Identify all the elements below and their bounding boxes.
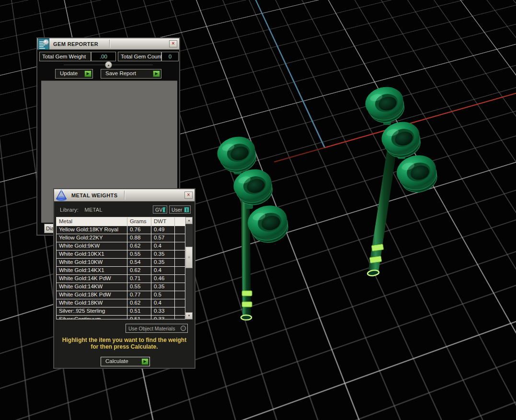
cell-dwt: 0.33 bbox=[151, 307, 175, 315]
cell-dwt: 0.35 bbox=[151, 259, 175, 266]
gv-toggle-button[interactable]: GV bbox=[153, 205, 167, 214]
cell-grams: 0.62 bbox=[127, 242, 151, 250]
table-row[interactable]: White Gold:14KX1 0.62 0.4 bbox=[57, 267, 185, 275]
total-gem-count-label: Total Gem Count bbox=[118, 52, 161, 61]
library-row: Library: METAL bbox=[60, 207, 103, 213]
collapse-button[interactable]: ▲ bbox=[105, 61, 112, 68]
tube-setting-left[interactable] bbox=[214, 133, 292, 320]
gv-toggle-icon bbox=[162, 207, 166, 213]
metal-weights-window: METAL WEIGHTS × Library: METAL GV User M… bbox=[53, 188, 195, 369]
metal-weights-icon bbox=[55, 189, 68, 202]
save-report-button[interactable]: Save Report ▶ bbox=[101, 69, 161, 79]
gem-reporter-close-button[interactable]: × bbox=[169, 40, 177, 47]
cell-metal: White Gold:9KW bbox=[57, 242, 127, 250]
metal-weights-titlebar[interactable]: METAL WEIGHTS × bbox=[54, 189, 195, 202]
cell-dwt: 0.33 bbox=[151, 316, 175, 319]
scroll-down-button[interactable]: ▼ bbox=[185, 312, 193, 319]
cell-dwt: 0.5 bbox=[151, 291, 175, 299]
cell-metal: White Gold:14KW bbox=[57, 283, 127, 291]
cell-metal: Yellow Gold:18KY Royal bbox=[57, 226, 127, 234]
save-report-button-label: Save Report bbox=[101, 69, 136, 78]
metal-table-body: Yellow Gold:18KY Royal 0.76 0.49 Yellow … bbox=[57, 226, 185, 319]
use-object-materials-label: Use Object Materials bbox=[128, 326, 175, 331]
cell-dwt: 0.49 bbox=[151, 226, 175, 234]
instruction-line1: Highlight the item you want to find the … bbox=[54, 337, 195, 344]
table-row[interactable]: Silver:.925 Sterling 0.51 0.33 bbox=[57, 307, 185, 316]
cell-metal: White Gold:14K PdW bbox=[57, 275, 127, 283]
table-row[interactable]: Silver:Continuum 0.51 0.33 bbox=[57, 316, 185, 319]
update-button-label: Update bbox=[56, 69, 78, 78]
use-object-materials-radio-icon bbox=[181, 326, 186, 331]
cell-metal: White Gold:18K PdW bbox=[57, 291, 127, 299]
user-label: User bbox=[172, 207, 182, 213]
cell-spare bbox=[175, 267, 185, 274]
table-row[interactable]: White Gold:10KX1 0.55 0.35 bbox=[57, 250, 185, 259]
cell-metal: White Gold:10KW bbox=[57, 259, 127, 266]
cell-grams: 0.55 bbox=[127, 283, 151, 291]
cell-grams: 0.88 bbox=[127, 234, 151, 242]
cell-dwt: 0.4 bbox=[151, 242, 175, 250]
cell-dwt: 0.35 bbox=[151, 250, 175, 258]
cell-spare bbox=[175, 259, 185, 266]
header-dwt: DWT bbox=[151, 217, 175, 226]
cell-metal: White Gold:10KX1 bbox=[57, 250, 127, 258]
cell-grams: 0.62 bbox=[127, 267, 151, 274]
gem-reporter-icon bbox=[38, 38, 49, 50]
save-report-run-icon: ▶ bbox=[153, 70, 160, 77]
cell-grams: 0.55 bbox=[127, 250, 151, 258]
total-gem-weight-value[interactable]: .00 bbox=[91, 52, 116, 61]
user-toggle-button[interactable]: User bbox=[169, 205, 191, 214]
calculate-run-icon: ▶ bbox=[141, 358, 149, 365]
cell-metal: White Gold:14KX1 bbox=[57, 267, 127, 274]
use-object-materials-toggle[interactable]: Use Object Materials bbox=[126, 324, 188, 333]
calculate-button[interactable]: Calculate ▶ bbox=[101, 357, 150, 366]
cell-dwt: 0.4 bbox=[151, 299, 175, 307]
table-row[interactable]: White Gold:9KW 0.62 0.4 bbox=[57, 242, 185, 250]
tube-setting-right[interactable] bbox=[362, 83, 441, 276]
metal-table: Metal Grams DWT Yellow Gold:18KY Royal 0… bbox=[56, 217, 185, 319]
total-gem-count-value[interactable]: 0 bbox=[161, 52, 179, 61]
header-metal: Metal bbox=[57, 217, 127, 226]
table-scrollbar[interactable]: ▲ ≡ ▼ bbox=[185, 217, 193, 319]
cell-dwt: 0.46 bbox=[151, 275, 175, 283]
cell-dwt: 0.57 bbox=[151, 234, 175, 242]
table-row[interactable]: Yellow Gold:18KY Royal 0.76 0.49 bbox=[57, 226, 185, 234]
gv-label: GV bbox=[155, 207, 162, 213]
table-row[interactable]: White Gold:18KW 0.62 0.4 bbox=[57, 299, 185, 307]
cell-spare bbox=[175, 275, 185, 283]
total-gem-weight-label: Total Gem Weight bbox=[39, 52, 91, 61]
header-spare bbox=[175, 217, 185, 226]
metal-weights-title: METAL WEIGHTS bbox=[71, 193, 117, 198]
cell-spare bbox=[175, 242, 185, 250]
table-row[interactable]: White Gold:18K PdW 0.77 0.5 bbox=[57, 291, 185, 299]
table-row[interactable]: Yellow Gold:22KY 0.88 0.57 bbox=[57, 234, 185, 242]
cell-grams: 0.71 bbox=[127, 275, 151, 283]
cell-metal: White Gold:18KW bbox=[57, 299, 127, 307]
cell-spare bbox=[175, 226, 185, 234]
cell-spare bbox=[175, 291, 185, 299]
cell-dwt: 0.35 bbox=[151, 283, 175, 291]
header-grams: Grams bbox=[127, 217, 151, 226]
cell-spare bbox=[175, 299, 185, 307]
viewport-3d[interactable]: GEM REPORTER × Total Gem Weight .00 Tota… bbox=[0, 0, 516, 420]
cell-spare bbox=[175, 316, 185, 319]
cell-metal: Yellow Gold:22KY bbox=[57, 234, 127, 242]
gem-reporter-titlebar[interactable]: GEM REPORTER × bbox=[37, 38, 179, 50]
table-row[interactable]: White Gold:14KW 0.55 0.35 bbox=[57, 283, 185, 291]
table-row[interactable]: White Gold:10KW 0.54 0.35 bbox=[57, 259, 185, 267]
cell-grams: 0.77 bbox=[127, 291, 151, 299]
cell-metal: Silver:Continuum bbox=[57, 316, 127, 319]
cell-grams: 0.51 bbox=[127, 316, 151, 319]
cell-grams: 0.62 bbox=[127, 299, 151, 307]
metal-table-header: Metal Grams DWT bbox=[57, 217, 185, 226]
titlebar-groove bbox=[124, 191, 125, 200]
table-row[interactable]: White Gold:14K PdW 0.71 0.46 bbox=[57, 275, 185, 283]
gem-reporter-title: GEM REPORTER bbox=[53, 41, 98, 47]
metal-weights-close-button[interactable]: × bbox=[184, 192, 193, 199]
scrollbar-thumb[interactable]: ≡ bbox=[185, 247, 193, 268]
cell-spare bbox=[175, 307, 185, 315]
update-button[interactable]: Update ▶ bbox=[55, 69, 93, 79]
cell-spare bbox=[175, 234, 185, 242]
cell-grams: 0.76 bbox=[127, 226, 151, 234]
scroll-up-button[interactable]: ▲ bbox=[185, 217, 193, 224]
